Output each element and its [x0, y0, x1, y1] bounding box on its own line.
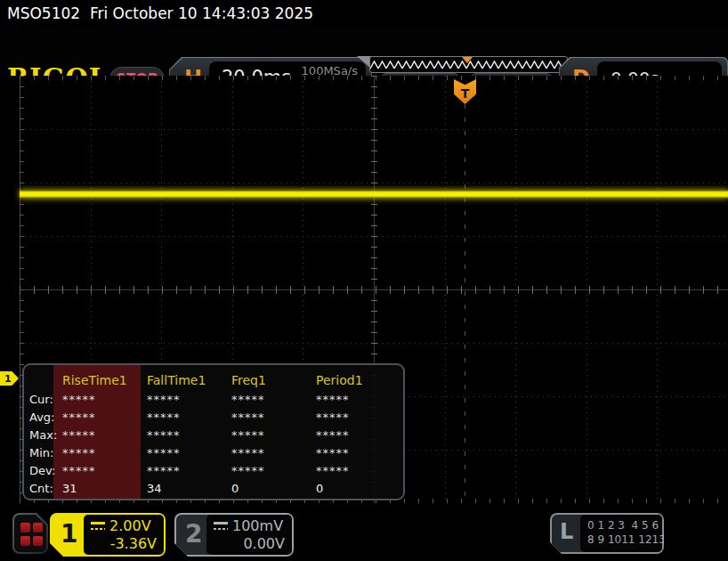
measurement-table: RiseTime1 FallTime1 Freq1 Period1 Cur: *… [24, 365, 403, 499]
measurement-row-max: Max: ***** ***** ***** ***** [24, 426, 403, 443]
measurement-column-header: Freq1 [231, 373, 316, 387]
top-edge-ticks [20, 76, 728, 80]
menu-icon-square [20, 536, 30, 546]
waveform-display: T 1 RiseTime1 FallTime1 Freq1 Period1 Cu… [0, 76, 728, 503]
trigger-position-line [465, 104, 465, 503]
ch1-waveform-trace [20, 190, 728, 199]
logic-analyzer-status[interactable]: L 0 1 2 3 4 5 6 7 8 9 1011 12131415 [550, 513, 664, 554]
trigger-marker-label: T [461, 86, 470, 101]
measurement-row-cur: Cur: ***** ***** ***** ***** [24, 390, 403, 408]
ch1-ground-marker[interactable]: 1 [0, 371, 19, 386]
channel-1-field: 2.00V -3.36V [84, 515, 164, 555]
dc-coupling-icon [91, 522, 105, 530]
channel-2-status[interactable]: 2 100mV 0.00V [174, 513, 294, 557]
dc-coupling-icon [214, 522, 228, 530]
menu-icon [14, 515, 46, 552]
channel-2-scale: 100mV [232, 517, 283, 534]
menu-icon-square [33, 523, 43, 533]
channel-1-status[interactable]: 1 2.00V -3.36V [50, 513, 166, 557]
measurement-row-avg: Avg: ***** ***** ***** ***** [24, 408, 403, 426]
measurement-panel[interactable]: RiseTime1 FallTime1 Freq1 Period1 Cur: *… [22, 363, 405, 500]
measurement-header-row: RiseTime1 FallTime1 Freq1 Period1 [24, 370, 403, 390]
channel-2-number: 2 [185, 519, 202, 549]
channel-2-offset: 0.00V [214, 535, 285, 554]
channel-1-offset: -3.36V [91, 535, 157, 554]
logic-analyzer-label: L [560, 519, 573, 544]
measurement-row-cnt: Cnt: 31 34 0 0 [24, 479, 403, 497]
menu-button[interactable] [12, 513, 48, 554]
channel-1-number: 1 [61, 519, 77, 549]
logic-channels-row2: 8 9 1011 12131415 [587, 533, 662, 547]
measurement-row-dev: Dev: ***** ***** ***** ***** [24, 461, 403, 479]
channel-2-field: 100mV 0.00V [206, 515, 292, 555]
header-bar: RIGOL STOP H 20.0ms 100MSa/s 20Mpts [0, 27, 728, 76]
title-bar: MSO5102 Fri October 10 14:43:03 2025 [0, 0, 728, 27]
menu-icon-square [20, 523, 30, 533]
bottom-bar: 1 2.00V -3.36V 2 100mV 0.00V L 0 1 2 3 4… [0, 503, 728, 561]
waveform-overview-strip[interactable] [369, 56, 568, 73]
memory-trigger-position-icon [462, 57, 473, 63]
measurement-row-min: Min: ***** ***** ***** ***** [24, 443, 403, 461]
channel-1-scale: 2.00V [109, 517, 151, 534]
ch1-ground-marker-label: 1 [4, 373, 12, 385]
measurement-column-header: FallTime1 [147, 373, 231, 387]
menu-icon-square [33, 536, 43, 546]
logic-channel-list: 0 1 2 3 4 5 6 7 8 9 1011 12131415 [580, 515, 662, 552]
center-horizontal-axis-ticks [20, 286, 728, 294]
measurement-column-header: Period1 [316, 373, 400, 387]
measurement-column-header: RiseTime1 [62, 373, 147, 387]
logic-channels-row1: 0 1 2 3 4 5 6 7 [587, 518, 662, 533]
model-and-datetime: MSO5102 Fri October 10 14:43:03 2025 [7, 4, 313, 22]
